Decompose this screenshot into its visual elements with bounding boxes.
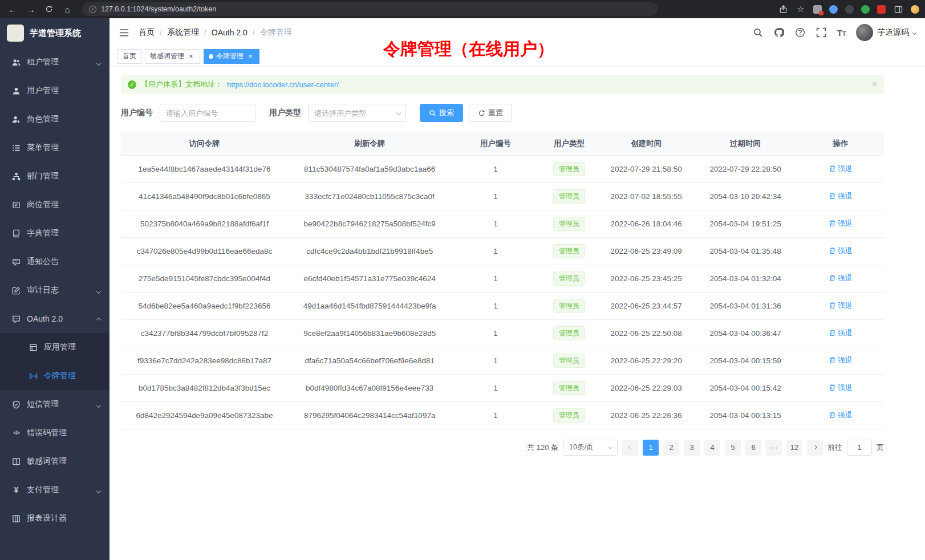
breadcrumb-item[interactable]: 系统管理 bbox=[167, 27, 199, 38]
force-logout-button[interactable]: 强退 bbox=[829, 301, 853, 311]
github-button[interactable] bbox=[774, 27, 785, 38]
sidebar-item-tenant[interactable]: 租户管理 bbox=[0, 48, 109, 76]
force-logout-button[interactable]: 强退 bbox=[829, 246, 853, 256]
table-row: 1ea5e44f8bc1467aaede43144f31de76 811c530… bbox=[121, 155, 884, 182]
doc-link[interactable]: https://doc.iocoder.cn/user-center/ bbox=[227, 80, 339, 89]
goto-page-input[interactable] bbox=[847, 440, 872, 456]
force-logout-label: 强退 bbox=[838, 410, 853, 420]
page-button[interactable]: 2 bbox=[663, 440, 679, 456]
user-type-select-input[interactable] bbox=[308, 104, 406, 122]
user-type-cell: 管理员 bbox=[540, 182, 599, 210]
edit-square-icon bbox=[11, 286, 21, 295]
forward-button[interactable]: → bbox=[24, 2, 38, 16]
user-type-tag: 管理员 bbox=[553, 326, 585, 340]
bookmark-star-button[interactable]: ☆ bbox=[796, 4, 806, 14]
reset-button[interactable]: 重置 bbox=[469, 104, 512, 122]
more-pages-button[interactable]: ··· bbox=[766, 440, 782, 456]
address-bar[interactable]: i 127.0.0.1:1024/system/oauth2/token bbox=[82, 2, 658, 16]
close-icon[interactable]: × bbox=[246, 52, 254, 60]
sidebar-item-report-designer[interactable]: 报表设计器 bbox=[0, 504, 109, 533]
page-button[interactable]: 4 bbox=[704, 440, 720, 456]
sidebar-item-oauth[interactable]: OAuth 2.0 bbox=[0, 305, 109, 333]
close-icon[interactable]: × bbox=[187, 52, 195, 60]
app-logo bbox=[7, 25, 24, 42]
force-logout-button[interactable]: 强退 bbox=[829, 383, 853, 393]
action-cell: 强退 bbox=[797, 319, 884, 347]
fullscreen-icon bbox=[816, 27, 826, 38]
collapse-menu-button[interactable] bbox=[119, 27, 129, 38]
next-page-button[interactable] bbox=[807, 440, 823, 456]
back-button[interactable]: ← bbox=[6, 2, 19, 16]
sidebar-item-error-code[interactable]: </> 错误码管理 bbox=[0, 419, 109, 447]
site-info-icon[interactable]: i bbox=[89, 6, 96, 13]
create-time-cell: 2022-06-25 23:44:57 bbox=[599, 292, 694, 319]
tab-token[interactable]: 令牌管理 × bbox=[204, 49, 259, 64]
sidebar-item-dictionary[interactable]: 字典管理 bbox=[0, 219, 109, 247]
sidebar-item-menu[interactable]: 菜单管理 bbox=[0, 133, 109, 162]
tab-home[interactable]: 首页 bbox=[117, 49, 141, 64]
page-button[interactable]: 12 bbox=[786, 440, 802, 456]
user-dropdown[interactable]: 芋道源码 bbox=[856, 24, 916, 41]
page-size-select[interactable]: 10条/页 bbox=[563, 440, 618, 456]
page-button[interactable]: 1 bbox=[643, 440, 659, 456]
yen-icon: ¥ bbox=[11, 485, 21, 495]
page-button[interactable]: 5 bbox=[725, 440, 741, 456]
breadcrumb-item[interactable]: 首页 bbox=[139, 27, 155, 38]
expire-time-cell: 2054-03-04 00:15:59 bbox=[694, 347, 797, 374]
action-cell: 强退 bbox=[797, 374, 884, 401]
breadcrumb-item[interactable]: OAuth 2.0 bbox=[212, 28, 248, 37]
sidebar-item-sensitive-word[interactable]: 敏感词管理 bbox=[0, 447, 109, 476]
page-button[interactable]: 6 bbox=[745, 440, 761, 456]
action-cell: 强退 bbox=[797, 265, 884, 292]
sidebar-item-post[interactable]: 岗位管理 bbox=[0, 190, 109, 219]
home-button[interactable]: ⌂ bbox=[60, 2, 74, 16]
force-logout-button[interactable]: 强退 bbox=[829, 328, 853, 338]
page-button[interactable]: 3 bbox=[684, 440, 700, 456]
fullscreen-button[interactable] bbox=[816, 27, 827, 38]
main-area: 首页 / 系统管理 / OAuth 2.0 / 令牌管理 bbox=[109, 18, 925, 560]
search-button-label: 搜索 bbox=[439, 108, 454, 118]
force-logout-button[interactable]: 强退 bbox=[829, 273, 853, 283]
prev-page-button[interactable] bbox=[622, 440, 638, 456]
sidebar-item-payment[interactable]: ¥ 支付管理 bbox=[0, 476, 109, 504]
sidebar-item-user[interactable]: 用户管理 bbox=[0, 76, 109, 105]
sidebar-item-sms[interactable]: 短信管理 bbox=[0, 390, 109, 419]
force-logout-button[interactable]: 强退 bbox=[829, 218, 853, 229]
sidebar-item-role[interactable]: 角色管理 bbox=[0, 105, 109, 133]
delete-icon bbox=[829, 329, 836, 336]
force-logout-button[interactable]: 强退 bbox=[829, 410, 853, 420]
force-logout-button[interactable]: 强退 bbox=[829, 164, 853, 174]
sidebar-item-department[interactable]: 部门管理 bbox=[0, 162, 109, 190]
logo-row[interactable]: 芋道管理系统 bbox=[0, 18, 109, 48]
search-button[interactable]: 搜索 bbox=[420, 104, 463, 122]
alert-close-icon[interactable]: × bbox=[872, 79, 877, 90]
reload-button[interactable] bbox=[42, 2, 56, 16]
sidebar-item-application[interactable]: 应用管理 bbox=[0, 333, 109, 362]
tab-sensitive-word[interactable]: 敏感词管理 × bbox=[145, 49, 200, 64]
font-size-button[interactable]: TT bbox=[837, 28, 846, 38]
force-logout-button[interactable]: 强退 bbox=[829, 191, 853, 201]
sidebar-item-token[interactable]: 令牌管理 bbox=[0, 362, 109, 390]
extension-icon[interactable] bbox=[829, 5, 838, 14]
delete-icon bbox=[829, 384, 836, 391]
extension-icon[interactable] bbox=[813, 5, 822, 14]
user-type-cell: 管理员 bbox=[540, 265, 599, 292]
user-id-cell: 1 bbox=[451, 319, 539, 347]
refresh-token-cell: 333ecfc71e02480cb11055c875c3ca0f bbox=[288, 182, 451, 210]
extension-icon[interactable] bbox=[845, 5, 854, 14]
delete-icon bbox=[829, 356, 836, 364]
side-panel-button[interactable] bbox=[893, 4, 903, 14]
user-id-filter: 用户编号 bbox=[121, 104, 255, 122]
extension-icon[interactable] bbox=[861, 5, 870, 14]
user-type-select[interactable] bbox=[308, 104, 406, 122]
sidebar-item-notice[interactable]: 通知公告 bbox=[0, 247, 109, 276]
user-id-input[interactable] bbox=[160, 104, 255, 122]
profile-avatar[interactable] bbox=[911, 5, 919, 14]
force-logout-button[interactable]: 强退 bbox=[829, 355, 853, 366]
help-button[interactable] bbox=[795, 27, 806, 38]
search-button[interactable] bbox=[753, 27, 764, 38]
users-icon bbox=[11, 58, 21, 67]
sidebar-item-audit-log[interactable]: 审计日志 bbox=[0, 276, 109, 305]
extension-puzzle-icon[interactable] bbox=[877, 5, 886, 14]
share-button[interactable] bbox=[778, 4, 788, 14]
